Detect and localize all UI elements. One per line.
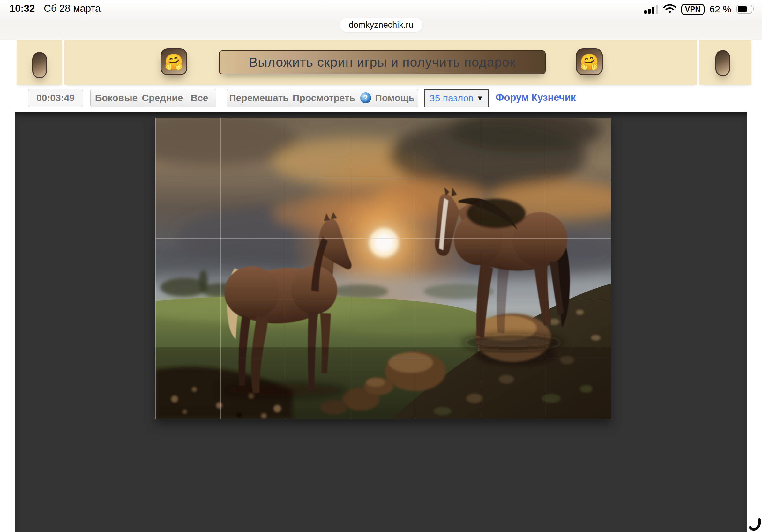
puzzle-grid-lines [155, 118, 611, 419]
preview-button[interactable]: Просмотреть [291, 89, 357, 107]
forum-link[interactable]: Форум Кузнечик [495, 92, 575, 103]
puzzle-image[interactable] [155, 118, 611, 419]
help-button-label: Помощь [375, 93, 414, 103]
cellular-signal-icon [644, 5, 658, 14]
wifi-icon [663, 4, 676, 15]
filter-edges-button[interactable]: Боковые [90, 89, 142, 107]
puzzle-count-value: 35 пазлов [429, 93, 474, 104]
help-question-icon: ? [359, 92, 372, 104]
address-bar[interactable]: domkyznechik.ru [340, 18, 422, 32]
status-time: 10:32 [10, 3, 35, 14]
puzzle-count-select[interactable]: 35 пазлов ▼ [424, 89, 489, 107]
loading-arc-icon [748, 517, 762, 531]
banner-right-pill-button[interactable] [716, 50, 730, 76]
banner-left-pill-button[interactable] [32, 52, 47, 78]
vpn-badge: VPN [681, 4, 705, 15]
filter-middle-button[interactable]: Средние [142, 89, 183, 107]
hug-emoji-button-left[interactable]: 🤗 [161, 48, 187, 75]
help-button[interactable]: ? Помощь [357, 89, 418, 107]
status-bar-right: VPN 62 % [644, 3, 752, 15]
puzzle-board [15, 112, 747, 532]
promo-banner: 🤗 Выложить скрин игры и получить подарок… [17, 40, 751, 85]
banner-left-cell [17, 40, 62, 85]
game-actions-group: Перемешать Просмотреть ? Помощь [227, 89, 418, 107]
status-bar-left: 10:32 Сб 28 марта [10, 3, 101, 14]
hug-emoji-button-right[interactable]: 🤗 [576, 48, 603, 75]
banner-headline[interactable]: Выложить скрин игры и получить подарок [219, 50, 546, 74]
filter-all-button[interactable]: Все [183, 89, 216, 107]
battery-percent: 62 % [710, 4, 731, 15]
select-caret-icon: ▼ [476, 94, 484, 102]
banner-center-cell: 🤗 Выложить скрин игры и получить подарок… [64, 40, 697, 85]
screen: 10:32 Сб 28 марта VPN 62 % domkyznechik.… [0, 0, 762, 532]
timer-display: 00:03:49 [28, 89, 83, 107]
game-toolbar: 00:03:49 Боковые Средние Все Перемешать … [0, 89, 762, 108]
battery-icon [736, 5, 752, 14]
shuffle-button[interactable]: Перемешать [227, 89, 291, 107]
browser-top-chrome: 10:32 Сб 28 марта VPN 62 % domkyznechik.… [0, 0, 762, 40]
banner-right-cell [700, 40, 751, 85]
piece-filter-group: Боковые Средние Все [90, 89, 216, 107]
status-date: Сб 28 марта [44, 3, 101, 14]
